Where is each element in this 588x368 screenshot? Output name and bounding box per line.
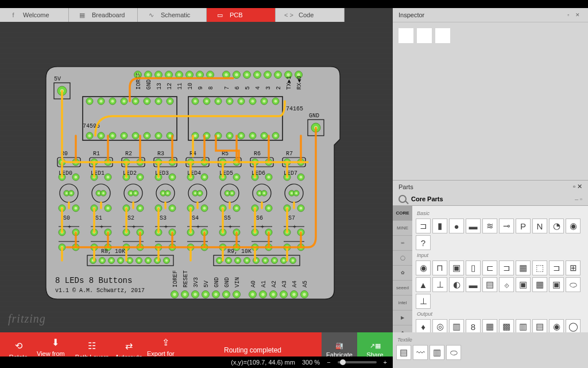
part-item[interactable]: ⊐	[499, 260, 514, 275]
part-item[interactable]: ▣	[549, 277, 564, 292]
tab-schematic[interactable]: ∿Schematic	[138, 8, 207, 22]
zoom-out-button[interactable]: −	[327, 359, 330, 366]
svg-text:3V3: 3V3	[193, 277, 199, 288]
svg-point-142	[228, 99, 231, 102]
svg-text:12: 12	[167, 83, 173, 90]
part-item[interactable]: ◔	[549, 218, 564, 233]
parts-sidebar-item[interactable]: ✿	[393, 266, 412, 281]
part-item[interactable]: ●	[449, 218, 464, 233]
svg-text:S6: S6	[256, 215, 263, 221]
part-item[interactable]: ▦	[482, 319, 497, 332]
svg-text:+: +	[261, 224, 264, 231]
inspector-swatch[interactable]	[417, 28, 432, 43]
part-item[interactable]: ▬	[466, 218, 481, 233]
svg-text:S0: S0	[63, 215, 70, 221]
export-icon: ⇪	[162, 337, 169, 348]
svg-point-4	[146, 73, 149, 76]
inspector-header[interactable]: Inspector ▫ ✕	[393, 8, 588, 22]
svg-point-424	[218, 259, 221, 262]
part-item[interactable]: ▮	[432, 218, 447, 233]
part-item[interactable]: ▥	[516, 319, 531, 332]
part-item[interactable]: ⊓	[432, 260, 447, 275]
tab-code[interactable]: < >Code	[276, 8, 345, 22]
parts-subtitle: Core Parts	[411, 195, 443, 202]
part-item[interactable]: ⊥	[416, 294, 431, 309]
part-item[interactable]: ⊐	[416, 218, 431, 233]
inspector-swatch[interactable]	[399, 28, 413, 43]
part-item[interactable]: ◎	[432, 319, 447, 332]
search-icon[interactable]	[399, 195, 407, 203]
svg-point-124	[157, 134, 160, 137]
svg-text:TX▶1: TX▶1	[286, 76, 292, 90]
part-item[interactable]: ⬭	[446, 345, 461, 360]
svg-text:A0: A0	[250, 281, 257, 288]
tab-breadboard[interactable]: ▦Breadboard	[69, 8, 138, 22]
zoom-in-button[interactable]: +	[384, 359, 387, 366]
part-item[interactable]: ▣	[449, 260, 464, 275]
part-item[interactable]: N	[532, 218, 547, 233]
pcb-canvas[interactable]: fritzing IOREFGND1312111098765432TX▶1RX◀…	[0, 22, 393, 332]
parts-sidebar-item[interactable]: seeed	[393, 281, 412, 296]
parts-sidebar-item[interactable]: ∞	[393, 236, 412, 251]
part-item[interactable]: ⊏	[482, 260, 497, 275]
parts-sidebar-item[interactable]: CORE	[393, 206, 412, 221]
svg-point-366	[258, 192, 261, 194]
parts-sidebar-item[interactable]: MINE	[393, 221, 412, 236]
part-item[interactable]: ▥	[449, 319, 464, 332]
svg-point-128	[168, 134, 171, 137]
parts-sidebar-item[interactable]: ◯	[393, 251, 412, 266]
part-item[interactable]: ?	[416, 235, 431, 250]
dock-icons[interactable]: ▫ ✕	[567, 12, 582, 18]
part-item[interactable]: ⊐	[549, 260, 564, 275]
parts-sidebar-item[interactable]: intel	[393, 296, 412, 310]
zoom-slider[interactable]	[338, 361, 377, 363]
svg-point-442	[138, 259, 141, 262]
part-item[interactable]: ≋	[482, 218, 497, 233]
svg-point-244	[138, 206, 141, 209]
svg-text:R8, 10K: R8, 10K	[101, 248, 125, 255]
part-item[interactable]: ▤	[396, 345, 411, 360]
label-5v: 5V	[54, 76, 61, 82]
routing-status: Routing completed	[184, 346, 322, 354]
part-item[interactable]: ◉	[416, 260, 431, 275]
part-item[interactable]: ▲	[416, 277, 431, 292]
part-item[interactable]: ◉	[549, 319, 564, 332]
part-item[interactable]: ◯	[566, 319, 581, 332]
part-item[interactable]: ▬	[466, 277, 481, 292]
part-item[interactable]: ▦	[516, 260, 531, 275]
part-item[interactable]: 8	[466, 319, 481, 332]
part-item[interactable]: ▣	[516, 277, 531, 292]
svg-point-85	[303, 293, 305, 296]
part-item[interactable]: ⟐	[499, 277, 514, 292]
part-item[interactable]: ▥	[430, 345, 444, 360]
pcb-board[interactable]: IOREFGND1312111098765432TX▶1RX◀0 IOREFRE…	[44, 64, 342, 306]
part-item[interactable]: ▤	[482, 277, 497, 292]
part-item[interactable]: ▩	[499, 319, 514, 332]
parts-sidebar[interactable]: COREMINE∞◯✿seeedintel▶◆🐷	[393, 206, 412, 332]
part-item[interactable]: ▦	[532, 277, 547, 292]
parts-catalog[interactable]: Basic⊐▮●▬≋⊸PN◔◉?Input◉⊓▣▯⊏⊐▦⬚⊐⊞▲⊥◐▬▤⟐▣▦▣…	[412, 206, 588, 332]
tab-pcb[interactable]: ▭PCB	[207, 8, 276, 22]
part-item[interactable]: ♦	[416, 319, 431, 332]
svg-point-79	[282, 293, 285, 296]
tab-welcome[interactable]: fWelcome	[0, 8, 69, 22]
svg-point-444	[264, 259, 267, 262]
svg-point-160	[274, 134, 277, 137]
part-item[interactable]: ▤	[532, 319, 547, 332]
part-item[interactable]: 〰	[413, 345, 428, 360]
part-item[interactable]: ⊞	[566, 260, 581, 275]
part-item[interactable]: ⬚	[532, 260, 547, 275]
part-item[interactable]: ◐	[449, 277, 464, 292]
part-item[interactable]: ⊥	[432, 277, 447, 292]
part-item[interactable]: ▯	[466, 260, 481, 275]
svg-text:R6: R6	[254, 151, 261, 157]
parts-header[interactable]: Parts ▫ ✕	[393, 180, 588, 193]
parts-sidebar-item[interactable]: ▶	[393, 310, 412, 325]
dock-icons[interactable]: ▫ ✕	[573, 183, 582, 190]
inspector-swatch[interactable]	[435, 28, 450, 43]
part-item[interactable]: ◉	[566, 218, 581, 233]
part-item[interactable]: ⬭	[566, 277, 581, 292]
part-item[interactable]: P	[516, 218, 531, 233]
svg-text:S1: S1	[95, 215, 102, 221]
part-item[interactable]: ⊸	[499, 218, 514, 233]
